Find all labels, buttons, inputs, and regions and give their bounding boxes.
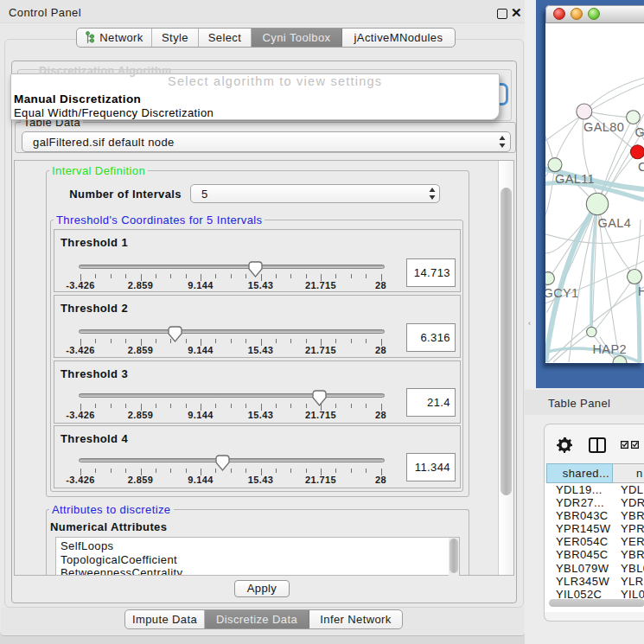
svg-text:C: C <box>638 160 644 174</box>
svg-text:GAL80: GAL80 <box>583 120 624 134</box>
svg-text:G.: G. <box>635 125 644 139</box>
svg-text:H: H <box>638 284 644 298</box>
svg-text:GCY1: GCY1 <box>545 286 579 300</box>
svg-text:HAP2: HAP2 <box>593 342 627 356</box>
svg-text:GAL11: GAL11 <box>555 172 595 186</box>
svg-text:GAL4: GAL4 <box>598 216 632 230</box>
